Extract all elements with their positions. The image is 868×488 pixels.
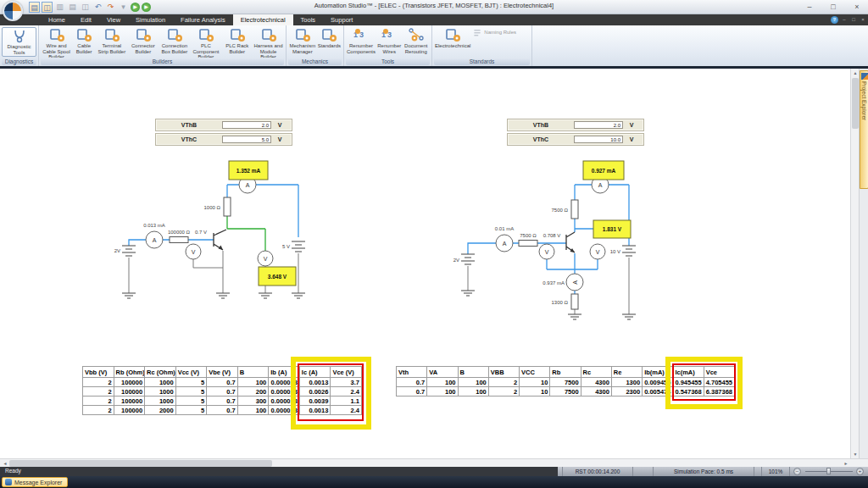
- voltmeter-vbe[interactable]: V: [539, 244, 554, 259]
- terminal-strip-builder-button[interactable]: Terminal Strip Builder: [96, 27, 127, 55]
- voltmeter-vce[interactable]: V: [258, 251, 273, 266]
- vertical-scrollbar-thumb[interactable]: [852, 78, 859, 129]
- mechanism-manager-button[interactable]: Mechanism Manager: [288, 27, 317, 55]
- project-explorer-icon: [861, 73, 868, 80]
- voltage-display-vce[interactable]: 1.831 V: [593, 220, 631, 238]
- vthb-value-field[interactable]: 2.0: [222, 121, 271, 129]
- voltmeter-vbe[interactable]: V: [186, 244, 201, 259]
- tab-tools[interactable]: Tools: [293, 14, 324, 25]
- zoom-out-button[interactable]: −: [793, 468, 801, 475]
- ground-symbol[interactable]: [461, 291, 636, 319]
- resistor-rc[interactable]: 7500 Ω: [552, 200, 579, 219]
- restore-button[interactable]: □: [826, 0, 841, 14]
- table-cell: 100: [237, 378, 269, 387]
- voltmeter-vce[interactable]: V: [590, 244, 605, 259]
- current-display-ic[interactable]: 0.927 mA: [583, 161, 624, 180]
- save-icon[interactable]: ▥: [54, 2, 65, 13]
- battery-vcc[interactable]: 5 V: [282, 241, 305, 252]
- tab-failure-analysis[interactable]: Failure Analysis: [173, 14, 233, 25]
- connector-builder-button[interactable]: Connector Builder: [127, 27, 159, 55]
- doc-minimize-button[interactable]: –: [841, 14, 848, 25]
- diagnostic-tools-button[interactable]: Diagnostic Tools: [2, 27, 36, 57]
- resistor-rb[interactable]: 7500 Ω: [519, 233, 537, 247]
- ammeter-emitter[interactable]: A: [566, 274, 583, 291]
- tab-view[interactable]: View: [99, 14, 128, 25]
- stop-simulation-icon[interactable]: ▶: [142, 3, 151, 12]
- current-label-ib: 0.01 mA: [495, 226, 514, 231]
- qat-dropdown-icon[interactable]: ▾: [118, 2, 129, 13]
- wire-and-cable-spool-builder-button[interactable]: Wire and Cable Spool Builder: [41, 27, 72, 61]
- wire[interactable]: [468, 258, 629, 314]
- table-cell: 100: [237, 406, 269, 415]
- voltage-display-vce[interactable]: 3.648 V: [259, 267, 296, 286]
- vthc-value-field[interactable]: 5.0: [222, 136, 271, 143]
- ribbon-tab-bar: Home Edit View Simulation Failure Analys…: [0, 14, 868, 25]
- right-circuit-schematic[interactable]: 7500 Ω 7500 Ω 1300 Ω A A V V A: [441, 152, 695, 339]
- document-rerouting-button[interactable]: Document Rerouting: [403, 27, 430, 55]
- current-display-ic[interactable]: 1.352 mA: [229, 161, 268, 180]
- ammeter-base[interactable]: A: [496, 235, 513, 252]
- bjt-transistor[interactable]: [214, 230, 226, 250]
- tab-simulation[interactable]: Simulation: [128, 14, 173, 25]
- doc-restore-button[interactable]: □: [850, 14, 857, 25]
- column-header: Rc: [581, 367, 611, 378]
- ammeter-base[interactable]: A: [146, 231, 163, 248]
- wire[interactable]: [227, 216, 265, 251]
- zoom-slider-thumb[interactable]: [826, 468, 831, 474]
- meter-letter: A: [246, 182, 250, 188]
- doc-close-button[interactable]: ×: [860, 14, 866, 25]
- table-cell: 2: [83, 387, 114, 396]
- save-all-icon[interactable]: ▤: [67, 2, 78, 13]
- quick-access-toolbar: ▤ ◫ ▥ ▤ ◫ ↶ ↷ ▾ ▶ ▶: [29, 1, 151, 14]
- plc-component-builder-button[interactable]: PLC Component Builder: [190, 27, 221, 61]
- help-icon[interactable]: ?: [831, 16, 838, 24]
- horizontal-scrollbar[interactable]: ◄ ►: [0, 458, 868, 467]
- electrotechnical-standards-button[interactable]: Electrotechnical: [434, 27, 471, 50]
- left-circuit-schematic[interactable]: 1000 Ω 100000 Ω A A V 2V 5 V: [102, 152, 356, 339]
- resistor-rc[interactable]: 1000 Ω: [204, 197, 231, 216]
- resistor-re[interactable]: 1300 Ω: [552, 294, 579, 309]
- resistor-label: 7500 Ω: [552, 208, 569, 213]
- wire[interactable]: [468, 185, 629, 294]
- horizontal-scrollbar-thumb[interactable]: [9, 460, 272, 467]
- battery-vbb[interactable]: 2V: [114, 246, 136, 256]
- close-button[interactable]: ×: [849, 0, 865, 14]
- tab-support[interactable]: Support: [323, 14, 360, 25]
- harness-and-module-builder-button[interactable]: Harness and Module Builder: [253, 27, 284, 61]
- vthb-value-field[interactable]: 2.0: [574, 121, 623, 129]
- column-header: Vcc (V): [175, 367, 207, 378]
- renumber-wires-button[interactable]: Renumber Wires: [376, 27, 403, 55]
- message-explorer-tab[interactable]: Message Explorer: [2, 477, 68, 487]
- table-cell: 10: [520, 378, 550, 387]
- new-document-icon[interactable]: ▤: [29, 2, 40, 13]
- redo-icon[interactable]: ↷: [105, 2, 116, 13]
- ground-symbol[interactable]: [122, 293, 305, 298]
- simulation-pace-display[interactable]: Simulation Pace: 0.5 ms: [653, 467, 754, 476]
- tab-home[interactable]: Home: [41, 14, 73, 25]
- naming-rules-button[interactable]: Naming Rules: [471, 27, 517, 38]
- tab-edit[interactable]: Edit: [73, 14, 99, 25]
- plc-rack-builder-button[interactable]: PLC Rack Builder: [221, 27, 253, 55]
- bjt-transistor[interactable]: [566, 232, 575, 252]
- vthc-panel-left: VThC 5.0 V: [155, 133, 292, 146]
- mechanics-standards-button[interactable]: Standards: [317, 27, 342, 50]
- minimize-button[interactable]: –: [802, 0, 817, 14]
- open-project-icon[interactable]: ◫: [42, 2, 53, 13]
- battery-vbb[interactable]: 2V: [453, 254, 475, 264]
- column-header: Vbb (V): [83, 367, 114, 378]
- vertical-scrollbar[interactable]: ▲ ▼: [850, 69, 859, 458]
- cable-builder-button[interactable]: Cable Builder: [72, 27, 96, 55]
- undo-icon[interactable]: ↶: [92, 2, 103, 13]
- run-simulation-icon[interactable]: ▶: [131, 3, 140, 12]
- connection-box-builder-button[interactable]: Connection Box Builder: [159, 27, 190, 55]
- app-logo-icon[interactable]: [3, 1, 23, 21]
- print-icon[interactable]: ◫: [80, 2, 91, 13]
- tab-electrotechnical[interactable]: Electrotechnical: [233, 14, 293, 25]
- battery-vcc[interactable]: 10 V: [610, 246, 636, 256]
- vthc-value-field[interactable]: 10.0: [574, 136, 623, 143]
- renumber-components-button[interactable]: Renumber Components: [346, 27, 376, 55]
- schematic-canvas[interactable]: VThB 2.0 V VThC 5.0 V VThB 2.0 V VThC 10…: [0, 69, 868, 458]
- resistor-rb[interactable]: 100000 Ω: [168, 230, 191, 243]
- zoom-in-button[interactable]: +: [856, 468, 864, 475]
- project-explorer-tab[interactable]: Project Explorer: [860, 70, 868, 189]
